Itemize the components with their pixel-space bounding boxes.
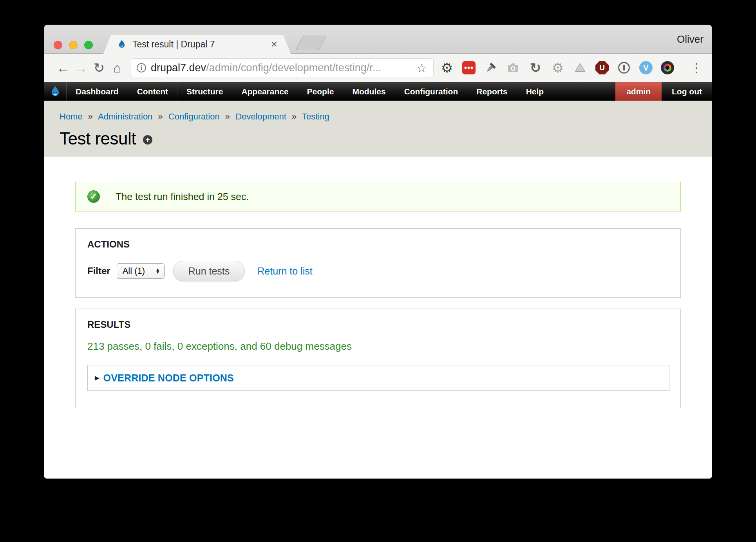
url-path: /admin/config/development/testing/r... (206, 62, 381, 74)
breadcrumb-administration[interactable]: Administration (98, 112, 152, 121)
admin-user-button[interactable]: admin (615, 82, 662, 101)
success-check-icon: ✓ (87, 190, 100, 203)
site-info-icon[interactable]: i (137, 63, 146, 72)
zoom-window-button[interactable] (84, 41, 93, 49)
drupal-logo-icon (49, 85, 61, 98)
password-manager-extension-icon[interactable] (617, 61, 631, 75)
breadcrumb-home[interactable]: Home (60, 112, 83, 121)
browser-tab[interactable]: Test result | Drupal 7 × (103, 35, 291, 54)
browser-window: Test result | Drupal 7 × Oliver ← → ↻ ⌂ … (44, 25, 712, 479)
home-icon[interactable]: ⌂ (108, 60, 126, 76)
drupal-favicon-icon (117, 39, 127, 49)
drupal-admin-toolbar: Dashboard Content Structure Appearance P… (44, 82, 712, 101)
reload-icon[interactable]: ↻ (90, 60, 108, 76)
select-stepper-icon: ▲ ▼ (156, 268, 160, 274)
traffic-lights (54, 41, 93, 49)
page-monitor-extension-icon[interactable]: ↻ (528, 61, 543, 75)
breadcrumb-separator: » (292, 112, 297, 121)
url-domain: drupal7.dev (151, 62, 206, 74)
admin-menu-appearance[interactable]: Appearance (232, 82, 298, 101)
admin-menu-modules[interactable]: Modules (343, 82, 395, 101)
ublock-extension-icon[interactable]: U (595, 61, 609, 74)
admin-menu-help[interactable]: Help (517, 82, 553, 101)
url-text[interactable]: drupal7.dev/admin/config/development/tes… (151, 62, 412, 74)
breadcrumb-testing[interactable]: Testing (302, 112, 329, 121)
return-to-list-link[interactable]: Return to list (257, 266, 312, 277)
camera-extension-icon[interactable] (506, 61, 520, 75)
filter-label: Filter (87, 266, 110, 276)
actions-panel: ACTIONS Filter All (1) ▲ ▼ Run tests Ret… (75, 228, 681, 298)
settings-gear-extension-icon[interactable]: ⚙ (440, 61, 454, 75)
camera-lens-extension-icon[interactable] (661, 61, 674, 74)
browser-toolbar: ← → ↻ ⌂ i drupal7.dev/admin/config/devel… (44, 54, 712, 82)
forward-icon: → (72, 60, 90, 76)
breadcrumb: Home » Administration » Configuration » … (60, 112, 712, 122)
breadcrumb-separator: » (225, 112, 230, 121)
google-drive-extension-icon[interactable] (573, 61, 587, 75)
close-window-button[interactable] (54, 41, 62, 49)
breadcrumb-separator: » (88, 112, 93, 121)
eyedropper-extension-icon[interactable] (484, 61, 498, 75)
admin-menu-content[interactable]: Content (128, 82, 177, 101)
page-title: Test result (60, 129, 136, 148)
results-panel: RESULTS 213 passes, 0 fails, 0 exception… (75, 309, 681, 408)
filter-select[interactable]: All (1) ▲ ▼ (117, 263, 165, 279)
breadcrumb-development[interactable]: Development (235, 112, 286, 121)
admin-menu-configuration[interactable]: Configuration (395, 82, 468, 101)
results-heading: RESULTS (87, 319, 669, 330)
override-node-options-fieldset[interactable]: ▶ OVERRIDE NODE OPTIONS (87, 365, 669, 391)
bookmark-star-icon[interactable]: ☆ (416, 61, 427, 75)
gear-extension-icon[interactable]: ⚙ (551, 61, 565, 75)
tab-strip: Test result | Drupal 7 × Oliver (44, 25, 712, 54)
drupal-admin-menu: Dashboard Content Structure Appearance P… (67, 82, 553, 101)
page-header: Home » Administration » Configuration » … (44, 101, 712, 157)
breadcrumb-configuration[interactable]: Configuration (168, 112, 220, 121)
results-summary: 213 passes, 0 fails, 0 exceptions, and 6… (87, 340, 669, 352)
v-extension-icon[interactable]: V (639, 61, 653, 74)
new-tab-button[interactable] (295, 36, 327, 50)
status-message-text: The test run finished in 25 sec. (116, 191, 249, 202)
extension-row: ⚙ ••• ↻ ⚙ (440, 60, 702, 75)
page-content: ✓ The test run finished in 25 sec. ACTIO… (44, 157, 712, 479)
admin-menu-structure[interactable]: Structure (177, 82, 232, 101)
collapsed-arrow-icon: ▶ (95, 374, 99, 381)
drupal-home-button[interactable] (44, 82, 67, 101)
minimize-window-button[interactable] (69, 41, 78, 49)
run-tests-button[interactable]: Run tests (173, 261, 245, 281)
admin-menu-reports[interactable]: Reports (467, 82, 517, 101)
status-message: ✓ The test run finished in 25 sec. (75, 182, 681, 211)
tab-title: Test result | Drupal 7 (132, 39, 266, 50)
override-node-options-link[interactable]: OVERRIDE NODE OPTIONS (103, 372, 234, 384)
back-icon[interactable]: ← (54, 60, 72, 76)
filter-selected-value: All (1) (123, 266, 156, 276)
breadcrumb-separator: » (158, 112, 163, 121)
admin-menu-people[interactable]: People (298, 82, 344, 101)
logout-button[interactable]: Log out (662, 82, 712, 101)
add-shortcut-icon[interactable]: + (143, 135, 152, 145)
address-bar[interactable]: i drupal7.dev/admin/config/development/t… (130, 58, 434, 77)
lastpass-extension-icon[interactable]: ••• (462, 61, 476, 74)
actions-heading: ACTIONS (87, 239, 669, 250)
admin-menu-dashboard[interactable]: Dashboard (67, 82, 128, 101)
tab-close-icon[interactable]: × (271, 39, 277, 50)
browser-profile-name[interactable]: Oliver (677, 25, 704, 54)
chrome-menu-icon[interactable]: ⋮ (690, 60, 702, 75)
